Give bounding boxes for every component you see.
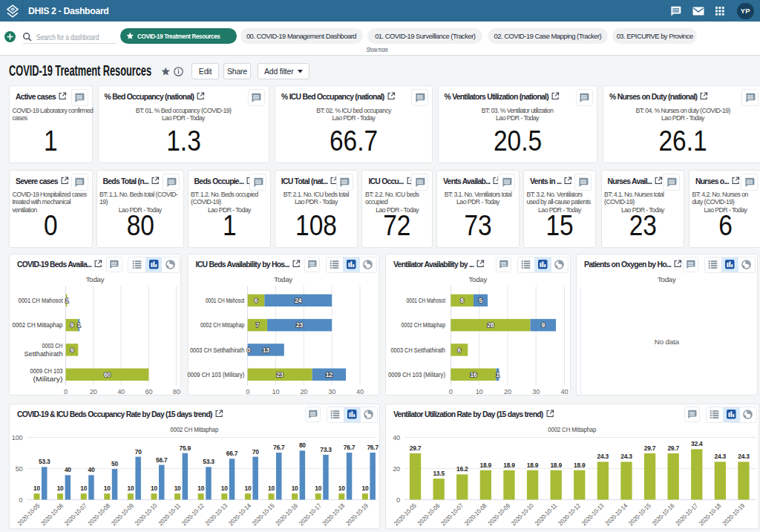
svg-text:10: 10 — [127, 485, 134, 492]
svg-text:2020-10-10: 2020-10-10 — [134, 502, 159, 527]
svg-text:18.9: 18.9 — [503, 462, 515, 469]
svg-text:10: 10 — [476, 388, 483, 395]
svg-text:56.7: 56.7 — [156, 456, 168, 464]
svg-text:40: 40 — [561, 388, 569, 395]
svg-text:70: 70 — [252, 448, 259, 456]
svg-text:10: 10 — [272, 388, 279, 395]
svg-text:0001 CH Mahosot: 0001 CH Mahosot — [407, 297, 446, 304]
svg-text:24.3: 24.3 — [715, 453, 727, 460]
svg-text:0009 CH 103: 0009 CH 103 — [30, 367, 63, 375]
svg-text:5: 5 — [479, 297, 482, 304]
svg-text:1: 1 — [496, 371, 499, 378]
svg-text:1: 1 — [77, 321, 81, 329]
svg-text:2020-10-12: 2020-10-12 — [180, 502, 206, 527]
svg-text:6: 6 — [254, 297, 258, 304]
svg-text:50: 50 — [111, 460, 118, 467]
svg-text:(Military): (Military) — [33, 375, 63, 383]
svg-text:12: 12 — [325, 371, 332, 378]
svg-text:10: 10 — [33, 485, 40, 492]
svg-text:18.9: 18.9 — [527, 462, 539, 469]
svg-text:70: 70 — [135, 448, 142, 456]
svg-text:10: 10 — [80, 485, 87, 492]
svg-text:2020-10-14: 2020-10-14 — [227, 502, 252, 527]
svg-text:7: 7 — [255, 321, 259, 329]
svg-text:16: 16 — [470, 371, 477, 378]
svg-text:24.3: 24.3 — [597, 453, 609, 460]
svg-text:10: 10 — [244, 485, 251, 492]
svg-text:0: 0 — [64, 388, 68, 395]
svg-text:0002 CH Mittaphap: 0002 CH Mittaphap — [402, 321, 446, 329]
svg-text:10: 10 — [197, 485, 204, 492]
svg-text:2020-10-17: 2020-10-17 — [674, 502, 699, 527]
svg-text:0: 0 — [246, 388, 249, 395]
svg-text:Setthathirath: Setthathirath — [24, 350, 63, 358]
svg-text:0001 CH Mahosot: 0001 CH Mahosot — [19, 297, 63, 304]
svg-text:76.7: 76.7 — [344, 444, 356, 451]
svg-text:10: 10 — [361, 485, 368, 492]
svg-text:9: 9 — [71, 347, 74, 354]
svg-text:24.3: 24.3 — [738, 453, 750, 460]
svg-text:23: 23 — [276, 371, 284, 378]
svg-text:10: 10 — [315, 485, 321, 492]
svg-text:2020-10-19: 2020-10-19 — [721, 502, 746, 527]
svg-text:2020-10-07: 2020-10-07 — [439, 502, 465, 527]
svg-text:0003 CH: 0003 CH — [42, 342, 63, 349]
svg-text:32.4: 32.4 — [691, 440, 703, 447]
svg-text:60: 60 — [145, 388, 152, 395]
svg-text:0001 CH Mahosot: 0001 CH Mahosot — [205, 297, 244, 304]
svg-text:0009 CH 103 (Military): 0009 CH 103 (Military) — [388, 371, 445, 378]
svg-text:100: 100 — [12, 434, 23, 441]
svg-text:9: 9 — [542, 321, 546, 329]
svg-text:29.7: 29.7 — [644, 444, 656, 452]
svg-text:28: 28 — [487, 321, 494, 329]
svg-text:10: 10 — [104, 485, 111, 492]
svg-text:2020-10-06: 2020-10-06 — [416, 502, 442, 527]
svg-text:2020-10-19: 2020-10-19 — [344, 502, 370, 527]
svg-text:76.7: 76.7 — [367, 444, 379, 451]
svg-text:40: 40 — [356, 388, 364, 395]
svg-text:2020-10-14: 2020-10-14 — [603, 502, 629, 527]
svg-text:2020-10-08: 2020-10-08 — [86, 502, 111, 527]
svg-text:20: 20 — [504, 388, 511, 395]
svg-text:29.7: 29.7 — [410, 444, 422, 452]
svg-text:20: 20 — [300, 388, 307, 395]
svg-text:0: 0 — [449, 388, 453, 395]
svg-text:2020-10-09: 2020-10-09 — [110, 502, 135, 527]
svg-text:23: 23 — [296, 321, 304, 329]
svg-text:2020-10-13: 2020-10-13 — [203, 502, 229, 527]
svg-text:10: 10 — [338, 485, 345, 492]
svg-text:18.9: 18.9 — [550, 462, 562, 469]
svg-text:10: 10 — [268, 485, 275, 492]
svg-text:30: 30 — [532, 388, 540, 395]
svg-text:2020-10-16: 2020-10-16 — [274, 502, 299, 527]
svg-text:10: 10 — [221, 485, 228, 492]
svg-text:10: 10 — [151, 485, 157, 492]
svg-text:2020-10-10: 2020-10-10 — [510, 502, 535, 527]
svg-text:20: 20 — [90, 388, 97, 395]
svg-text:60: 60 — [104, 371, 111, 378]
svg-text:40: 40 — [65, 466, 71, 473]
svg-text:2020-10-15: 2020-10-15 — [627, 502, 652, 527]
svg-text:2020-10-17: 2020-10-17 — [298, 502, 323, 527]
svg-text:2020-10-16: 2020-10-16 — [651, 502, 676, 527]
svg-text:2020-10-12: 2020-10-12 — [557, 502, 582, 527]
svg-text:1: 1 — [65, 297, 69, 304]
svg-text:2020-10-07: 2020-10-07 — [63, 502, 88, 527]
svg-text:2020-10-13: 2020-10-13 — [580, 502, 606, 527]
svg-text:53.3: 53.3 — [39, 458, 50, 465]
svg-text:40: 40 — [393, 434, 400, 441]
svg-text:0: 0 — [246, 347, 250, 354]
svg-text:0002 CH Mittaphap: 0002 CH Mittaphap — [200, 321, 244, 329]
svg-text:80: 80 — [173, 388, 180, 395]
svg-text:10: 10 — [57, 485, 64, 492]
svg-text:75.9: 75.9 — [180, 444, 191, 452]
svg-text:13.5: 13.5 — [433, 470, 445, 477]
svg-text:0009 CH 103 (Military): 0009 CH 103 (Military) — [187, 371, 244, 378]
svg-text:53.3: 53.3 — [203, 458, 214, 465]
svg-text:2020-10-08: 2020-10-08 — [463, 502, 488, 527]
svg-text:24: 24 — [295, 297, 302, 304]
svg-text:6: 6 — [458, 347, 462, 354]
svg-text:2020-10-18: 2020-10-18 — [321, 502, 346, 527]
svg-text:80: 80 — [299, 441, 306, 449]
svg-text:18.9: 18.9 — [480, 462, 492, 469]
